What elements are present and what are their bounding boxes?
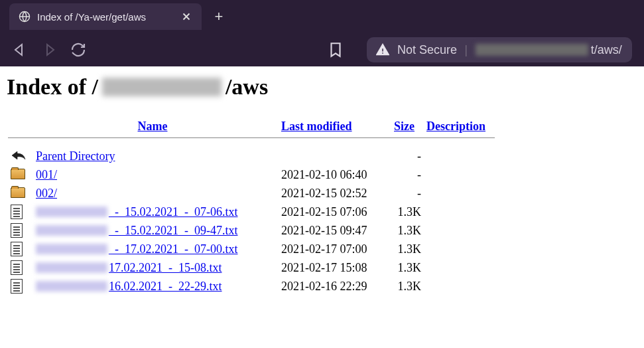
nav-toolbar: Not Secure | t/aws/ <box>0 33 644 66</box>
parent-directory-link[interactable]: Parent Directory <box>36 149 272 163</box>
filename-suffix: _-_17.02.2021_-_07-00.txt <box>109 242 237 256</box>
heading-prefix: Index of / <box>7 74 98 100</box>
file-name-cell: 16.02.2021_-_22-29.txt <box>33 277 279 296</box>
description-cell <box>424 165 495 184</box>
filename-obscured <box>36 207 107 217</box>
tab-title: Index of /Ya-wer/get/aws <box>37 11 174 23</box>
address-bar[interactable]: Not Secure | t/aws/ <box>367 37 632 62</box>
file-link[interactable]: _-_15.02.2021_-_07-06.txt <box>36 205 272 219</box>
header-description[interactable]: Description <box>426 120 485 133</box>
size-cell: - <box>391 147 424 165</box>
table-row: Parent Directory- <box>8 147 495 165</box>
table-row: _-_17.02.2021_-_07-00.txt2021-02-17 07:0… <box>8 240 495 258</box>
size-cell: 1.3K <box>391 203 424 221</box>
folder-icon <box>11 169 27 182</box>
size-cell: - <box>391 165 424 184</box>
file-link[interactable]: 16.02.2021_-_22-29.txt <box>36 280 272 294</box>
file-name-cell: _-_17.02.2021_-_07-00.txt <box>33 240 279 258</box>
text-file-icon <box>11 205 23 219</box>
description-cell <box>424 203 495 221</box>
file-name-cell: 17.02.2021_-_15-08.txt <box>33 258 279 277</box>
file-name-cell: Parent Directory <box>33 147 279 165</box>
header-modified[interactable]: Last modified <box>281 120 352 133</box>
bookmark-icon[interactable] <box>327 41 344 58</box>
file-link[interactable]: _-_17.02.2021_-_07-00.txt <box>36 242 272 256</box>
directory-link[interactable]: 002/ <box>36 187 272 201</box>
last-modified-cell: 2021-02-15 02:52 <box>279 184 391 203</box>
reload-button[interactable] <box>70 42 86 58</box>
last-modified-cell <box>279 147 391 165</box>
heading-suffix: /aws <box>225 74 268 100</box>
filename-obscured <box>36 281 107 292</box>
filename-suffix: _-_15.02.2021_-_09-47.txt <box>109 224 237 238</box>
address-text: t/aws/ <box>476 43 622 57</box>
text-file-icon <box>11 223 23 238</box>
warning-icon <box>376 43 389 56</box>
description-cell <box>424 184 495 203</box>
table-row: 16.02.2021_-_22-29.txt2021-02-16 22:291.… <box>8 277 495 296</box>
last-modified-cell: 2021-02-15 09:47 <box>279 221 391 240</box>
size-cell: 1.3K <box>391 240 424 258</box>
text-file-icon <box>11 260 23 275</box>
last-modified-cell: 2021-02-15 07:06 <box>279 203 391 221</box>
filename-obscured <box>36 225 107 236</box>
text-file-icon <box>11 242 23 256</box>
page-content: Index of / /aws Name Last modified Size … <box>0 66 644 304</box>
new-tab-button[interactable]: + <box>208 6 229 27</box>
last-modified-cell: 2021-02-10 06:40 <box>279 165 391 184</box>
globe-icon <box>19 11 31 23</box>
header-size[interactable]: Size <box>394 120 415 133</box>
table-row: _-_15.02.2021_-_09-47.txt2021-02-15 09:4… <box>8 221 495 240</box>
description-cell <box>424 240 495 258</box>
address-obscured <box>476 44 588 56</box>
back-arrow-icon <box>11 150 27 163</box>
folder-icon <box>11 187 27 201</box>
file-name-cell: 002/ <box>33 184 279 203</box>
heading-obscured <box>102 78 222 96</box>
description-cell <box>424 221 495 240</box>
table-row: 001/2021-02-10 06:40- <box>8 165 495 184</box>
back-button[interactable] <box>12 42 28 58</box>
table-row: 002/2021-02-15 02:52- <box>8 184 495 203</box>
not-secure-label: Not Secure <box>397 43 457 57</box>
size-cell: 1.3K <box>391 221 424 240</box>
last-modified-cell: 2021-02-17 15:08 <box>279 258 391 277</box>
size-cell: - <box>391 184 424 203</box>
description-cell <box>424 147 495 165</box>
filename-suffix: 17.02.2021_-_15-08.txt <box>109 261 222 275</box>
page-title: Index of / /aws <box>7 74 637 100</box>
description-cell <box>424 258 495 277</box>
size-cell: 1.3K <box>391 258 424 277</box>
last-modified-cell: 2021-02-16 22:29 <box>279 277 391 296</box>
forward-button[interactable] <box>41 42 57 58</box>
close-icon[interactable] <box>180 11 192 23</box>
directory-listing: Name Last modified Size Description Pare… <box>8 116 495 296</box>
filename-obscured <box>36 262 107 273</box>
description-cell <box>424 277 495 296</box>
directory-link[interactable]: 001/ <box>36 168 272 182</box>
active-tab[interactable]: Index of /Ya-wer/get/aws <box>9 3 202 30</box>
filename-obscured <box>36 244 107 254</box>
address-suffix: t/aws/ <box>591 43 622 57</box>
file-name-cell: _-_15.02.2021_-_07-06.txt <box>33 203 279 221</box>
tab-bar: Index of /Ya-wer/get/aws + <box>0 0 644 33</box>
size-cell: 1.3K <box>391 277 424 296</box>
browser-chrome: Index of /Ya-wer/get/aws + Not Secure | <box>0 0 644 66</box>
file-name-cell: 001/ <box>33 165 279 184</box>
file-link[interactable]: 17.02.2021_-_15-08.txt <box>36 261 272 275</box>
file-link[interactable]: _-_15.02.2021_-_09-47.txt <box>36 224 272 238</box>
file-name-cell: _-_15.02.2021_-_09-47.txt <box>33 221 279 240</box>
header-name[interactable]: Name <box>138 120 168 133</box>
text-file-icon <box>11 279 23 294</box>
filename-suffix: 16.02.2021_-_22-29.txt <box>109 280 222 294</box>
last-modified-cell: 2021-02-17 07:00 <box>279 240 391 258</box>
table-row: 17.02.2021_-_15-08.txt2021-02-17 15:081.… <box>8 258 495 277</box>
address-separator: | <box>465 43 468 57</box>
filename-suffix: _-_15.02.2021_-_07-06.txt <box>109 205 237 219</box>
table-row: _-_15.02.2021_-_07-06.txt2021-02-15 07:0… <box>8 203 495 221</box>
table-header: Name Last modified Size Description <box>8 116 495 138</box>
